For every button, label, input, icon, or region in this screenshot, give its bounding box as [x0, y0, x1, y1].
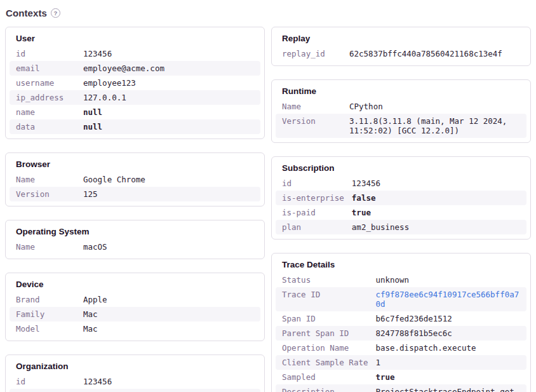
kv-value: 8247788f81b5ec6c — [375, 326, 526, 341]
kv-row: NameCPython — [276, 99, 526, 114]
left-column: User id123456emailemployee@acme.comusern… — [5, 27, 265, 392]
kv-row: Parent Span ID8247788f81b5ec6c — [276, 326, 526, 341]
kv-value: null — [83, 119, 260, 134]
context-card: Operating System NamemacOS — [5, 220, 265, 259]
card-title: Trace Details — [276, 259, 526, 273]
kv-row: Client Sample Rate1 — [276, 355, 526, 370]
kv-row: is-paidtrue — [276, 205, 526, 220]
card-title: Subscription — [276, 162, 526, 176]
kv-value: null — [83, 105, 260, 119]
kv-key: replay_id — [276, 46, 349, 61]
key-value-table: id123456is-enterprisefalseis-paidtruepla… — [276, 176, 526, 234]
kv-key: id — [10, 46, 83, 61]
kv-key: Parent Span ID — [276, 326, 375, 341]
context-card: Browser NameGoogle ChromeVersion125 — [5, 152, 265, 206]
kv-value: Mac — [83, 321, 260, 336]
kv-row: ModelMac — [10, 321, 260, 336]
kv-row: emailemployee@acme.com — [10, 61, 260, 76]
kv-row: Version125 — [10, 187, 260, 201]
kv-value: true — [352, 205, 526, 220]
kv-value: am2_business — [352, 220, 526, 234]
kv-value: cf9f878ee6c94f10917ce566bff0a70d — [375, 287, 526, 311]
kv-row: Trace IDcf9f878ee6c94f10917ce566bff0a70d — [276, 287, 526, 311]
context-card: Trace Details StatusunknownTrace IDcf9f8… — [271, 253, 531, 392]
kv-value: 125 — [83, 187, 260, 201]
kv-row: datanull — [10, 119, 260, 134]
kv-row: id123456 — [10, 374, 260, 389]
kv-key: Sampled — [276, 370, 375, 384]
kv-row: id123456 — [276, 176, 526, 191]
kv-row: Statusunknown — [276, 273, 526, 287]
kv-value: false — [352, 191, 526, 205]
kv-row: NameGoogle Chrome — [10, 172, 260, 187]
kv-row: namenull — [10, 105, 260, 119]
context-card: Replay replay_id62c5837bffc440a785604211… — [271, 27, 531, 66]
key-value-table: replay_id62c5837bffc440a78560421168c13e4… — [276, 46, 526, 61]
kv-row: planam2_business — [276, 220, 526, 234]
kv-value: true — [375, 370, 526, 384]
kv-value: CPython — [349, 99, 526, 114]
kv-key: name — [10, 105, 83, 119]
kv-value: b6c7fed236de1512 — [375, 311, 526, 326]
kv-key: Trace ID — [276, 287, 375, 311]
kv-key: Version — [276, 114, 349, 138]
kv-row: id123456 — [10, 46, 260, 61]
kv-key: Name — [276, 99, 349, 114]
trace-id-link[interactable]: cf9f878ee6c94f10917ce566bff0a70d — [375, 290, 519, 309]
kv-key: id — [10, 374, 83, 389]
card-title: Organization — [10, 360, 260, 374]
context-card: User id123456emailemployee@acme.comusern… — [5, 27, 265, 139]
kv-row: NamemacOS — [10, 240, 260, 254]
kv-value: 1 — [375, 355, 526, 370]
kv-value: macOS — [83, 240, 260, 254]
kv-row: Sampledtrue — [276, 370, 526, 384]
kv-key: Span ID — [276, 311, 375, 326]
context-card: Device BrandAppleFamilyMacModelMac — [5, 273, 265, 341]
key-value-table: NameGoogle ChromeVersion125 — [10, 172, 260, 201]
kv-key: ip_address — [10, 90, 83, 105]
kv-row: slugacme — [10, 389, 260, 392]
kv-value: 3.11.8(3.11.8 (main, Mar 12 2024, 11:52:… — [349, 114, 526, 138]
kv-key: slug — [10, 389, 83, 392]
kv-row: BrandApple — [10, 292, 260, 307]
kv-value: Apple — [83, 292, 260, 307]
context-card: Subscription id123456is-enterprisefalsei… — [271, 156, 531, 240]
kv-row: FamilyMac — [10, 307, 260, 321]
kv-key: Client Sample Rate — [276, 355, 375, 370]
kv-value: employee123 — [83, 76, 260, 90]
kv-row: replay_id62c5837bffc440a78560421168c13e4… — [276, 46, 526, 61]
kv-value: unknown — [375, 273, 526, 287]
context-card: Runtime NameCPythonVersion3.11.8(3.11.8 … — [271, 79, 531, 143]
kv-key: is-enterprise — [276, 191, 352, 205]
kv-value: 123456 — [83, 46, 260, 61]
kv-row: DescriptionProjectStacktraceEndpoint.get — [276, 384, 526, 392]
context-card: Organization id123456slugacme — [5, 355, 265, 392]
card-title: Device — [10, 278, 260, 292]
kv-key: Family — [10, 307, 83, 321]
kv-row: Operation Namebase.dispatch.execute — [276, 341, 526, 355]
card-title: User — [10, 32, 260, 46]
kv-row: Version3.11.8(3.11.8 (main, Mar 12 2024,… — [276, 114, 526, 138]
kv-row: Span IDb6c7fed236de1512 — [276, 311, 526, 326]
kv-value: employee@acme.com — [83, 61, 260, 76]
kv-value: acme — [83, 389, 260, 392]
kv-value: 62c5837bffc440a78560421168c13e4f — [349, 46, 526, 61]
help-icon[interactable]: ? — [51, 8, 60, 18]
key-value-table: NameCPythonVersion3.11.8(3.11.8 (main, M… — [276, 99, 526, 138]
kv-key: username — [10, 76, 83, 90]
kv-key: Model — [10, 321, 83, 336]
key-value-table: NamemacOS — [10, 240, 260, 254]
card-title: Browser — [10, 158, 260, 172]
card-title: Runtime — [276, 85, 526, 99]
contexts-header: Contexts ? — [6, 8, 536, 18]
kv-value: 123456 — [83, 374, 260, 389]
context-columns: User id123456emailemployee@acme.comusern… — [0, 27, 536, 392]
kv-key: Version — [10, 187, 83, 201]
kv-key: data — [10, 119, 83, 134]
kv-value: ProjectStacktraceEndpoint.get — [375, 384, 526, 392]
right-column: Replay replay_id62c5837bffc440a785604211… — [271, 27, 531, 392]
kv-key: plan — [276, 220, 352, 234]
kv-value: base.dispatch.execute — [375, 341, 526, 355]
kv-value: Google Chrome — [83, 172, 260, 187]
key-value-table: BrandAppleFamilyMacModelMac — [10, 292, 260, 336]
